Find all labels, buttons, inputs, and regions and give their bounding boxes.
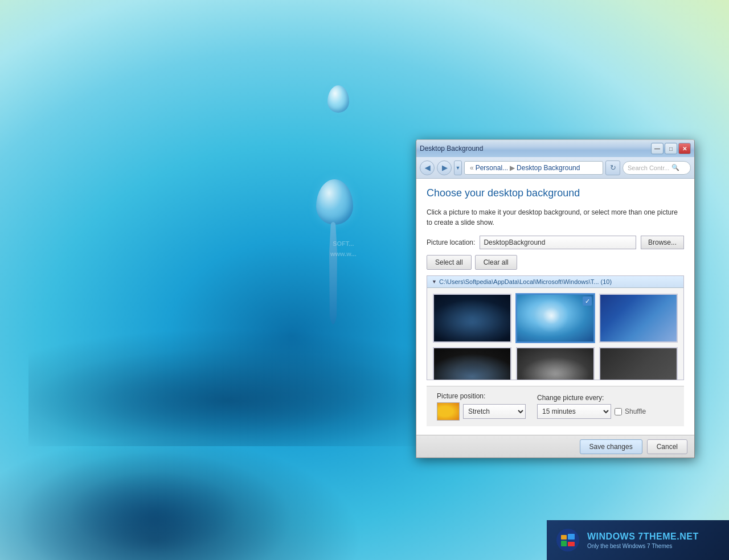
refresh-button[interactable]: ↻: [605, 160, 620, 175]
address-bar: ◀ ▶ ▼ « Personal... ▶ Desktop Background…: [416, 157, 694, 179]
change-picture-label: Change picture every:: [537, 394, 646, 402]
picture-location-row: Picture location: DesktopBackground Brow…: [427, 236, 684, 249]
search-text: Search Contr...: [628, 164, 669, 171]
thumbnail-5[interactable]: [516, 347, 595, 380]
dialog-heading: Choose your desktop background: [427, 187, 684, 199]
folder-path: C:\Users\Softpedia\AppData\Local\Microso…: [439, 278, 612, 285]
title-bar-buttons: — □ ✕: [651, 143, 691, 154]
win7-branding: WINDOWS 7THEME.NET Only the best Windows…: [547, 520, 729, 560]
position-preview-thumb: [437, 402, 460, 421]
thumbnail-6[interactable]: [599, 347, 678, 380]
win7-text-block: WINDOWS 7THEME.NET Only the best Windows…: [587, 532, 699, 549]
position-group: Picture position: Fill Fit Stretch Tile …: [437, 392, 526, 421]
select-all-button[interactable]: Select all: [427, 255, 472, 270]
path-arrow: ▶: [510, 164, 515, 172]
thumbnail-1[interactable]: [433, 294, 511, 343]
thumbnail-2[interactable]: [516, 294, 595, 343]
browse-button[interactable]: Browse...: [641, 236, 684, 249]
win7-site-title: WINDOWS 7THEME.NET: [587, 532, 699, 542]
dialog-content: Choose your desktop background Click a p…: [416, 179, 694, 435]
position-label: Picture position:: [437, 392, 526, 400]
water-droplet-top: [327, 85, 349, 113]
search-box[interactable]: Search Contr... 🔍: [622, 161, 691, 175]
path-current[interactable]: Desktop Background: [517, 164, 580, 172]
shuffle-label: Shuffle: [625, 407, 646, 415]
thumbnail-4[interactable]: [433, 347, 511, 380]
picture-location-select-wrapper[interactable]: DesktopBackground: [480, 236, 636, 249]
path-parent[interactable]: Personal...: [476, 164, 508, 172]
picture-location-select[interactable]: DesktopBackground: [480, 236, 636, 249]
bottom-controls: Picture position: Fill Fit Stretch Tile …: [427, 386, 684, 426]
desktop-background-dialog: Desktop Background — □ ✕ ◀ ▶ ▼ « Persona…: [416, 139, 695, 458]
change-group: Change picture every: 1 minute 3 minutes…: [537, 394, 646, 419]
images-grid: [427, 288, 683, 380]
clear-all-button[interactable]: Clear all: [475, 255, 517, 270]
back-button[interactable]: ◀: [420, 160, 435, 175]
change-controls-row: 1 minute 3 minutes 5 minutes 10 minutes …: [537, 404, 646, 419]
folder-arrow-icon: ▼: [432, 279, 437, 285]
title-bar-text: Desktop Background: [420, 145, 483, 153]
position-controls-row: Fill Fit Stretch Tile Center: [437, 402, 526, 421]
svg-rect-1: [561, 535, 567, 540]
cancel-button[interactable]: Cancel: [647, 439, 687, 454]
svg-point-0: [556, 529, 579, 551]
thumbnail-3[interactable]: [599, 294, 678, 343]
select-clear-row: Select all Clear all: [427, 255, 684, 270]
images-container[interactable]: ▼ C:\Users\Softpedia\AppData\Local\Micro…: [427, 275, 684, 380]
position-select[interactable]: Fill Fit Stretch Tile Center: [463, 404, 526, 419]
save-changes-button[interactable]: Save changes: [580, 439, 642, 454]
dialog-footer: Save changes Cancel: [416, 435, 694, 458]
svg-rect-3: [561, 541, 567, 546]
nav-dropdown-button[interactable]: ▼: [454, 160, 462, 175]
dialog-description: Click a picture to make it your desktop …: [427, 207, 684, 228]
win7-site-subtitle: Only the best Windows 7 Themes: [587, 543, 699, 549]
win7-logo-icon: [555, 528, 580, 553]
close-button[interactable]: ✕: [678, 143, 691, 154]
title-bar: Desktop Background — □ ✕: [416, 140, 694, 157]
address-path[interactable]: « Personal... ▶ Desktop Background: [464, 161, 603, 175]
search-icon: 🔍: [671, 164, 679, 171]
change-picture-select[interactable]: 1 minute 3 minutes 5 minutes 10 minutes …: [537, 404, 611, 419]
minimize-button[interactable]: —: [651, 143, 664, 154]
watermark: SOFT... www.w...: [330, 239, 357, 259]
picture-location-label: Picture location:: [427, 238, 475, 246]
shuffle-checkbox[interactable]: [615, 408, 622, 415]
forward-button[interactable]: ▶: [437, 160, 452, 175]
shuffle-row: Shuffle: [615, 407, 646, 415]
maximize-button[interactable]: □: [665, 143, 677, 154]
path-separator-icon: «: [470, 164, 474, 172]
folder-header: ▼ C:\Users\Softpedia\AppData\Local\Micro…: [427, 276, 683, 288]
svg-rect-4: [568, 542, 575, 546]
svg-rect-2: [568, 534, 575, 540]
